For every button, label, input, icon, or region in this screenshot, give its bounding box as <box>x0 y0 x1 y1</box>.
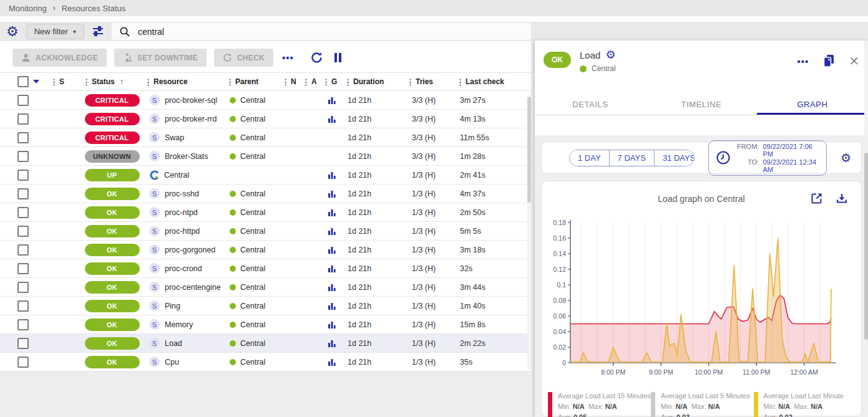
parent-name[interactable]: Central <box>240 246 265 254</box>
table-row[interactable]: OKSLoadCentral1d 21h1/3 (H)2m 22s <box>0 334 531 353</box>
parent-name[interactable]: Central <box>240 264 265 273</box>
custom-time-range[interactable]: FROM: 09/22/2021 7:06 PM TO: 09/23/2021 … <box>708 140 827 176</box>
table-row[interactable]: OKSMemoryCentral1d 21h1/3 (H)15m 8s <box>0 315 531 334</box>
acknowledge-button[interactable]: ACKNOWLEDGE <box>12 49 107 67</box>
pause-icon[interactable] <box>334 53 341 62</box>
check-button[interactable]: CHECK <box>214 49 273 67</box>
resource-name[interactable]: Broker-Stats <box>165 152 208 161</box>
settings-gear-icon[interactable]: ⚙ <box>6 25 19 39</box>
drag-handle-icon[interactable]: ⋮ <box>81 77 89 86</box>
column-header-status[interactable]: ⋮Status↑ <box>81 77 143 86</box>
parent-name[interactable]: Central <box>240 283 265 292</box>
resource-name[interactable]: Swap <box>165 133 184 142</box>
select-dropdown-icon[interactable] <box>33 80 39 84</box>
table-row[interactable]: OKSCpuCentral1d 21h1/3 (H)35s <box>0 353 531 371</box>
breadcrumb-item-monitoring[interactable]: Monitoring <box>9 4 47 13</box>
column-header-a[interactable]: ⋮A <box>301 77 321 86</box>
graph-icon[interactable] <box>328 358 336 367</box>
legend-item[interactable]: Average Load Last 15 MinutesMin: N/A Max… <box>548 391 651 417</box>
graph-icon[interactable] <box>328 189 336 198</box>
column-header-tries[interactable]: ⋮Tries <box>405 77 455 86</box>
resource-name[interactable]: Cpu <box>165 358 179 367</box>
drag-handle-icon[interactable]: ⋮ <box>455 77 463 86</box>
search-input[interactable]: central <box>112 23 531 40</box>
parent-name[interactable]: Central <box>240 96 265 105</box>
row-checkbox[interactable] <box>17 263 29 274</box>
load-chart[interactable]: 00.020.040.060.080.10.120.140.160.188:00… <box>549 218 851 378</box>
resource-name[interactable]: proc-centengine <box>165 283 221 292</box>
resource-name[interactable]: proc-crond <box>165 264 202 273</box>
column-header-parent[interactable]: ⋮Parent <box>225 77 280 86</box>
column-header-resource[interactable]: ⋮Resource <box>143 77 225 86</box>
resource-name[interactable]: Memory <box>165 320 193 329</box>
graph-icon[interactable] <box>328 227 336 236</box>
range-button-1-day[interactable]: 1 DAY <box>570 150 609 166</box>
tune-filter-icon[interactable] <box>92 26 104 38</box>
table-scrollbar[interactable] <box>527 97 531 369</box>
row-checkbox[interactable] <box>17 113 29 125</box>
row-checkbox[interactable] <box>17 226 29 237</box>
tab-details[interactable]: DETAILS <box>535 94 646 115</box>
more-actions-icon[interactable]: ••• <box>282 52 294 63</box>
resource-name[interactable]: Central <box>164 171 189 180</box>
row-checkbox[interactable] <box>17 357 29 368</box>
graph-icon[interactable] <box>328 115 336 123</box>
column-header-last-check[interactable]: ⋮Last check <box>455 77 527 86</box>
row-checkbox[interactable] <box>17 207 29 218</box>
row-checkbox[interactable] <box>17 95 29 106</box>
table-row[interactable]: OKSproc-ntpdCentral1d 21h1/3 (H)2m 50s <box>0 203 531 222</box>
table-row[interactable]: OKSPingCentral1d 21h1/3 (H)1m 40s <box>0 297 531 315</box>
column-header-n[interactable]: ⋮N <box>280 77 301 86</box>
row-checkbox[interactable] <box>17 338 29 349</box>
range-button-7-days[interactable]: 7 DAYS <box>609 150 654 166</box>
row-checkbox[interactable] <box>17 151 29 162</box>
parent-name[interactable]: Central <box>240 339 265 348</box>
column-header-duration[interactable]: ⋮Duration <box>343 77 405 86</box>
table-row[interactable]: OKSproc-httpdCentral1d 21h1/3 (H)5m 5s <box>0 222 531 241</box>
new-filter-dropdown[interactable]: New filter ▾ <box>26 24 84 39</box>
drag-handle-icon[interactable]: ⋮ <box>143 77 151 86</box>
table-row[interactable]: OKSproc-sshdCentral1d 21h1/3 (H)4m 37s <box>0 185 531 203</box>
row-checkbox[interactable] <box>17 132 29 143</box>
parent-name[interactable]: Central <box>240 302 265 310</box>
row-checkbox[interactable] <box>17 282 29 293</box>
graph-icon[interactable] <box>328 171 336 180</box>
row-checkbox[interactable] <box>17 188 29 199</box>
table-row[interactable]: OKSproc-centengineCentral1d 21h1/3 (H)3m… <box>0 278 531 297</box>
resource-name[interactable]: proc-sshd <box>165 189 199 198</box>
drag-handle-icon[interactable]: ⋮ <box>321 77 329 86</box>
breadcrumb-item-resources-status[interactable]: Resources Status <box>62 4 126 13</box>
graph-icon[interactable] <box>328 339 336 348</box>
table-row[interactable]: CRITICALSproc-broker-rrdCentral1d 21h3/3… <box>0 110 531 128</box>
resource-name[interactable]: proc-broker-sql <box>165 96 217 105</box>
graph-settings-gear-icon[interactable]: ⚙ <box>841 152 851 164</box>
tab-graph[interactable]: GRAPH <box>757 94 868 115</box>
table-row[interactable]: UNKNOWNSBroker-StatsCentral1d 21h3/3 (H)… <box>0 147 531 166</box>
graph-icon[interactable] <box>328 320 336 329</box>
table-row[interactable]: CRITICALSSwapCentral1d 21h3/3 (H)11m 55s <box>0 128 531 147</box>
graph-icon[interactable] <box>328 302 336 310</box>
parent-name[interactable]: Central <box>240 133 265 142</box>
parent-name[interactable]: Central <box>240 115 265 123</box>
panel-scrollbar[interactable] <box>864 41 868 417</box>
parent-name[interactable]: Central <box>240 208 265 217</box>
column-header-g[interactable]: ⋮G <box>321 77 343 86</box>
parent-name[interactable]: Central <box>240 152 265 161</box>
table-row[interactable]: UPCentral1d 21h1/3 (H)2m 41s <box>0 166 531 185</box>
graph-icon[interactable] <box>328 283 336 292</box>
close-icon[interactable]: ✕ <box>849 55 859 67</box>
legend-item[interactable]: Average Load Last MinuteMin: N/A Max: N/… <box>754 391 857 417</box>
parent-name[interactable]: Central <box>240 320 265 329</box>
row-checkbox[interactable] <box>17 170 29 181</box>
resource-name[interactable]: proc-broker-rrd <box>165 115 217 123</box>
select-all-checkbox[interactable] <box>17 76 29 87</box>
table-row[interactable]: OKSproc-crondCentral1d 21h1/3 (H)32s <box>0 259 531 278</box>
table-row[interactable]: CRITICALSproc-broker-sqlCentral1d 21h3/3… <box>0 91 531 110</box>
graph-icon[interactable] <box>328 208 336 217</box>
parent-name[interactable]: Central <box>240 227 265 236</box>
legend-item[interactable]: Average Load Last 5 MinutesMin: N/A Max:… <box>651 391 754 417</box>
drag-handle-icon[interactable]: ⋮ <box>280 77 288 86</box>
parent-name[interactable]: Central <box>240 358 265 367</box>
set-downtime-button[interactable]: SET DOWNTIME <box>114 49 207 67</box>
parent-name[interactable]: Central <box>240 189 265 198</box>
